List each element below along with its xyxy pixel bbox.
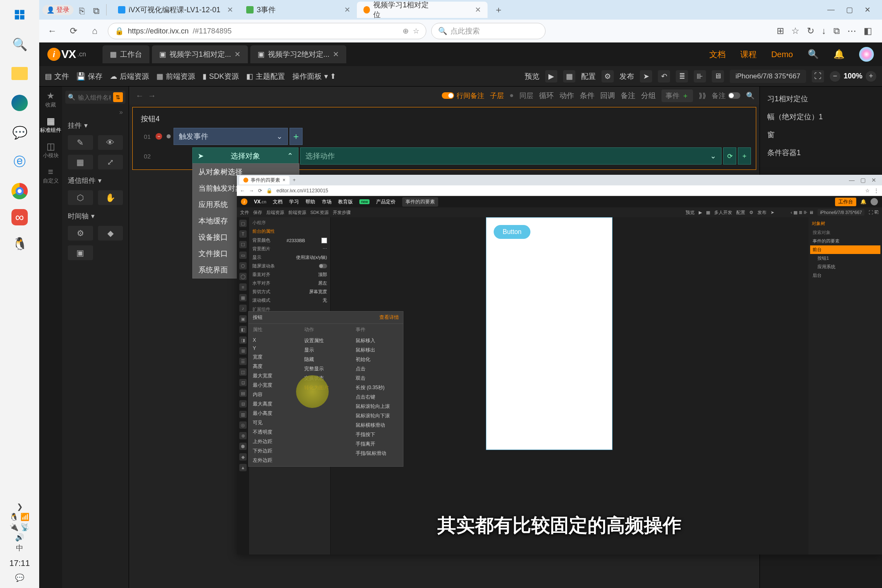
close-icon[interactable]: ✕ — [227, 5, 233, 14]
send-icon[interactable]: ➤ — [640, 70, 652, 82]
home-button[interactable]: ⌂ — [87, 23, 103, 39]
io-tb-item[interactable]: SDK资源 — [310, 209, 329, 216]
tree-item[interactable]: 事件的四要素 — [810, 237, 880, 245]
nav-back-icon[interactable]: ← — [136, 91, 144, 100]
ic[interactable]: ▭ — [239, 252, 247, 259]
minimize-icon[interactable]: ― — [849, 177, 855, 183]
ic[interactable]: ◨ — [239, 336, 247, 344]
refresh-icon[interactable]: ⟳ — [258, 188, 262, 194]
section-timeline[interactable]: 时间轴 ▾ — [65, 207, 125, 223]
bell-icon[interactable]: 🔔 — [833, 49, 844, 60]
io-link[interactable]: 帮助 — [305, 198, 315, 205]
trigger-select[interactable]: 触发事件⌄ — [174, 128, 288, 145]
io-tb-item[interactable]: 后端资源 — [266, 209, 284, 216]
ic[interactable]: ◎ — [239, 421, 247, 429]
backend-res[interactable]: ☁ 后端资源 — [110, 71, 149, 81]
io-link[interactable]: 市场 — [322, 198, 332, 205]
close-icon[interactable]: ✕ — [333, 50, 339, 59]
close-icon[interactable]: × — [283, 177, 285, 183]
ic[interactable]: ♪ — [239, 305, 247, 312]
sublayer-link[interactable]: 子层 — [490, 91, 504, 100]
io-link[interactable]: 产品定价 — [376, 198, 396, 205]
samelayer-link[interactable]: 同层 — [519, 91, 533, 100]
object-select[interactable]: ➤ 选择对象 ⌃ 从对象树选择 当前触发对象 应用系统 本地缓存 设备接口 文件… — [192, 147, 298, 165]
filter-icon[interactable]: ⇅ — [113, 92, 123, 102]
close-icon[interactable]: ✕ — [344, 5, 350, 14]
note-toggle[interactable]: 备注 — [712, 91, 740, 100]
avatar[interactable] — [871, 198, 878, 205]
io-tb-item[interactable]: 文件 — [240, 209, 249, 216]
extension-icon[interactable]: ⊞ — [777, 26, 784, 36]
io-tb-item[interactable]: 预览 — [686, 209, 695, 216]
publish-button[interactable]: 发布 — [619, 71, 634, 81]
favorites-icon[interactable]: ☆ — [791, 26, 800, 36]
url-input[interactable]: 🔒 https://editor.ivx.cn/#11784895 ⊕ ☆ — [108, 23, 426, 39]
ic[interactable]: T — [239, 230, 247, 238]
ic[interactable]: ⊞ — [239, 347, 247, 354]
zoom-out-button[interactable]: − — [830, 71, 840, 82]
cb-label[interactable]: 回调 — [600, 91, 615, 100]
tree-item[interactable]: 幅（绝对定位）1 — [760, 108, 882, 126]
file-menu[interactable]: ▤ 文件 — [45, 71, 69, 81]
nav-fwd-icon[interactable]: → — [148, 91, 156, 100]
ruler-icon[interactable]: ⊪ — [694, 70, 706, 82]
ic[interactable]: ⊕ — [239, 432, 247, 439]
chrome-icon[interactable] — [8, 180, 31, 203]
io-tb-item[interactable]: 多人开发 — [714, 209, 732, 216]
ic[interactable]: ◯ — [239, 273, 247, 280]
ic[interactable]: ▤ — [239, 390, 247, 397]
ic[interactable]: ▢ — [239, 220, 247, 227]
panel-menu[interactable]: 操作面板 ▾ ⬆ — [292, 71, 336, 81]
ic[interactable]: ▲ — [239, 464, 247, 471]
ic[interactable]: ☰ — [239, 358, 247, 365]
frontend-res[interactable]: ▦ 前端资源 — [156, 71, 195, 81]
back-button[interactable]: ← — [44, 23, 60, 39]
demo-link[interactable]: Demo — [771, 50, 793, 59]
edge-icon[interactable] — [8, 91, 31, 114]
tray-qq-icon[interactable]: 🐧 📶 — [9, 512, 30, 522]
more-icon[interactable]: ⟫⟫ — [699, 91, 706, 100]
section-comm[interactable]: 通信组件 ▾ — [65, 172, 125, 188]
remove-icon[interactable]: − — [156, 133, 162, 140]
prop-sub[interactable]: 小程序 — [252, 219, 328, 227]
header-tab-workbench[interactable]: ▦工作台 — [102, 45, 149, 63]
explorer-icon[interactable] — [8, 62, 31, 85]
io-link[interactable]: 文档 — [273, 198, 283, 205]
widget-btn[interactable]: ⬡ — [68, 190, 93, 205]
preview-button[interactable]: Button — [494, 225, 530, 239]
start-icon[interactable] — [8, 3, 31, 26]
docs-link[interactable]: 文档 — [709, 49, 726, 60]
minimize-icon[interactable]: ― — [827, 5, 835, 14]
ic[interactable]: ⊟ — [239, 400, 247, 408]
config-button[interactable]: 配置 — [581, 71, 596, 81]
widget-btn[interactable]: ✋ — [98, 190, 123, 205]
tree-item[interactable]: 习1相对定位 — [760, 90, 882, 108]
widget-btn[interactable]: 👁 — [98, 135, 123, 150]
zoom-in-button[interactable]: + — [866, 71, 876, 82]
workspace-icon[interactable]: ⎘ — [79, 6, 87, 14]
maximize-icon[interactable]: ▢ — [846, 5, 853, 14]
popup-link[interactable]: 查看详情 — [379, 314, 399, 321]
anim-label[interactable]: 动作 — [559, 91, 574, 100]
search-icon[interactable]: 🔍 — [746, 91, 755, 100]
io-tab[interactable]: 事件的四要素× — [239, 176, 290, 185]
widget-btn[interactable]: ⚙ — [68, 226, 93, 241]
device-select[interactable]: iPhone6/7/8 375*667 — [730, 70, 806, 83]
tabs-icon[interactable]: ⧉ — [93, 6, 101, 14]
collapse-icon[interactable]: » — [65, 108, 125, 117]
io-tree-search[interactable]: 搜索对象 — [810, 228, 880, 237]
io-project-tab[interactable]: 事件的四要素 — [402, 197, 438, 207]
translate-icon[interactable]: ⊕ — [403, 27, 409, 36]
io-link[interactable]: 教育版 — [338, 198, 353, 205]
io-tb-item[interactable]: 开发步骤 — [333, 209, 351, 216]
component-search[interactable]: 🔍 ⇅ — [65, 91, 125, 104]
tree-item[interactable]: 应用系统 — [810, 263, 880, 271]
search-icon[interactable]: 🔍 — [808, 49, 819, 60]
wechat-icon[interactable]: 💬 — [8, 121, 31, 144]
note-label[interactable]: 备注 — [621, 91, 635, 100]
add-trigger-button[interactable]: ＋ — [290, 128, 303, 145]
header-tab-project-2[interactable]: ▣视频学习2绝对定...✕ — [250, 45, 346, 63]
tree-item[interactable]: 前台 — [810, 245, 880, 254]
rail-standard[interactable]: ▦标准组件 — [40, 116, 61, 134]
rail-custom[interactable]: ≡自定义 — [43, 167, 59, 185]
